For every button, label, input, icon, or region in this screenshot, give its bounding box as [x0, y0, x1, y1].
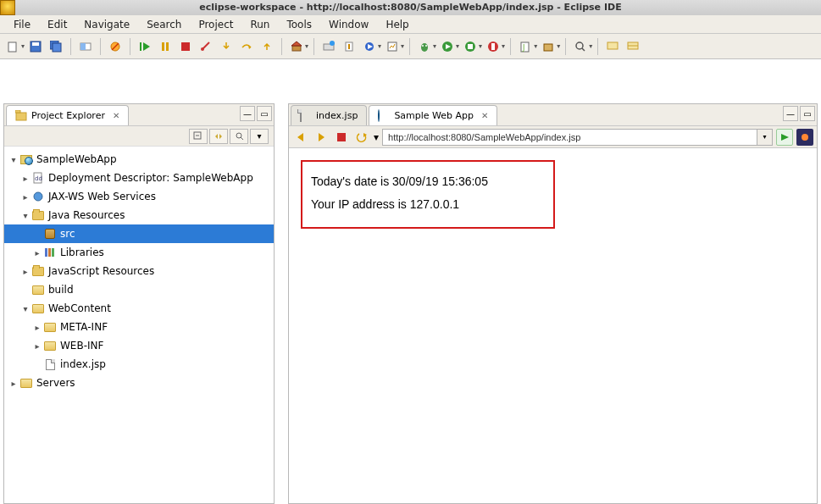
- maximize-button[interactable]: ▭: [800, 106, 815, 121]
- tab-label: Project Explorer: [31, 110, 105, 121]
- external-tools-button[interactable]: [484, 37, 502, 56]
- svg-rect-11: [162, 42, 164, 51]
- svg-point-49: [34, 192, 42, 201]
- tree-build[interactable]: build: [4, 280, 274, 299]
- tree-src[interactable]: src: [4, 224, 274, 243]
- maximize-button[interactable]: ▭: [257, 106, 272, 121]
- url-input[interactable]: [382, 129, 757, 146]
- menu-edit[interactable]: Edit: [39, 17, 75, 32]
- launch-external-button[interactable]: [796, 129, 813, 146]
- menu-help[interactable]: Help: [377, 17, 417, 32]
- svg-rect-50: [45, 248, 47, 257]
- run-last-button[interactable]: [461, 37, 480, 56]
- start-server-button[interactable]: [360, 37, 379, 56]
- dd-icon: dd: [31, 171, 45, 185]
- resume-button[interactable]: [136, 37, 154, 56]
- go-button[interactable]: [776, 129, 793, 146]
- forward-button[interactable]: [313, 129, 330, 146]
- run-button[interactable]: [438, 37, 457, 56]
- folder-icon: [43, 339, 57, 352]
- jsp-file-icon: [43, 357, 57, 371]
- svg-rect-4: [53, 43, 61, 52]
- new-package-button[interactable]: [539, 37, 558, 56]
- tree-project[interactable]: ▾SampleWebApp: [4, 150, 274, 169]
- profile-server-button[interactable]: [383, 37, 402, 56]
- menu-run[interactable]: Run: [241, 17, 278, 32]
- new-server-button[interactable]: [319, 37, 338, 56]
- svg-point-25: [422, 45, 424, 47]
- tab-label: index.jsp: [316, 110, 358, 121]
- menu-project[interactable]: Project: [190, 17, 241, 32]
- step-over-button[interactable]: [237, 37, 256, 56]
- focus-button[interactable]: [230, 129, 248, 144]
- menu-window[interactable]: Window: [320, 17, 377, 32]
- disconnect-button[interactable]: [197, 37, 215, 56]
- svg-rect-55: [337, 133, 346, 141]
- suspend-button[interactable]: [156, 37, 175, 56]
- close-icon[interactable]: ✕: [113, 111, 119, 120]
- skip-breakpoints-button[interactable]: [106, 37, 125, 56]
- tab-project-explorer[interactable]: Project Explorer ✕: [6, 105, 129, 125]
- project-tree[interactable]: ▾SampleWebApp ▸ddDeployment Descriptor: …: [4, 147, 274, 396]
- tree-webinf[interactable]: ▸WEB-INF: [4, 336, 274, 355]
- tree-indexjsp[interactable]: index.jsp: [4, 355, 274, 374]
- libraries-icon: [43, 246, 57, 259]
- menu-tools[interactable]: Tools: [278, 17, 320, 32]
- open-task-button[interactable]: [624, 37, 642, 56]
- step-into-button[interactable]: [217, 37, 236, 56]
- svg-rect-6: [80, 43, 86, 50]
- svg-point-36: [576, 42, 583, 49]
- tree-deployment-descriptor[interactable]: ▸ddDeployment Descriptor: SampleWebApp: [4, 169, 274, 187]
- save-all-button[interactable]: [47, 37, 65, 56]
- link-editor-button[interactable]: [209, 129, 228, 144]
- svg-rect-52: [52, 248, 54, 257]
- back-button[interactable]: [292, 129, 309, 146]
- svg-rect-35: [544, 44, 552, 51]
- toggle-button[interactable]: [76, 37, 95, 56]
- build-folder-icon: [31, 283, 45, 296]
- refresh-button[interactable]: [353, 129, 370, 146]
- terminate-button[interactable]: [176, 37, 195, 56]
- tree-libraries[interactable]: ▸Libraries: [4, 243, 274, 262]
- menu-navigate[interactable]: Navigate: [75, 17, 138, 32]
- project-explorer-icon: [15, 110, 27, 122]
- main-toolbar: ▾ ▾ ▾ ▾ ▾ ▾ ▾ ▾ J▾ ▾ ▾: [0, 34, 821, 59]
- close-icon[interactable]: ✕: [481, 111, 488, 120]
- menu-bar: File Edit Navigate Search Project Run To…: [0, 15, 821, 34]
- collapse-all-button[interactable]: [189, 129, 208, 144]
- tree-webcontent[interactable]: ▾WebContent: [4, 299, 274, 318]
- tab-sample-web-app[interactable]: Sample Web App ✕: [369, 105, 497, 125]
- build-button[interactable]: [287, 37, 306, 56]
- tree-js-resources[interactable]: ▸JavaScript Resources: [4, 262, 274, 280]
- highlighted-output: Today's date is 30/09/19 15:36:05 Your I…: [301, 160, 555, 229]
- minimize-button[interactable]: —: [783, 106, 798, 121]
- explorer-toolbar: ▾: [4, 126, 274, 147]
- window-title: eclipse-workspace - http://localhost:808…: [199, 2, 621, 13]
- save-button[interactable]: [26, 37, 45, 56]
- publish-button[interactable]: [340, 37, 358, 56]
- minimize-button[interactable]: —: [240, 106, 255, 121]
- tree-java-resources[interactable]: ▾Java Resources: [4, 206, 274, 224]
- svg-rect-13: [181, 42, 190, 51]
- view-menu-button[interactable]: ▾: [250, 129, 269, 144]
- svg-point-19: [330, 41, 335, 46]
- tree-jaxws[interactable]: ▸JAX-WS Web Services: [4, 187, 274, 206]
- tab-label: Sample Web App: [394, 110, 474, 121]
- menu-search[interactable]: Search: [138, 17, 190, 32]
- svg-rect-38: [607, 42, 618, 49]
- stop-button[interactable]: [333, 129, 350, 146]
- output-ip-line: Your IP address is 127.0.0.1: [311, 193, 545, 216]
- new-java-button[interactable]: J: [516, 37, 535, 56]
- new-button[interactable]: [3, 37, 22, 56]
- tab-indexjsp[interactable]: index.jsp: [291, 105, 367, 125]
- tree-metainf[interactable]: ▸META-INF: [4, 318, 274, 336]
- svg-rect-0: [8, 42, 16, 52]
- jsp-file-icon: [300, 110, 312, 122]
- search-button[interactable]: [571, 37, 590, 56]
- menu-file[interactable]: File: [5, 17, 39, 32]
- step-return-button[interactable]: [258, 37, 276, 56]
- tree-servers[interactable]: ▸Servers: [4, 374, 274, 392]
- open-type-button[interactable]: [603, 37, 622, 56]
- debug-button[interactable]: [415, 37, 434, 56]
- url-dropdown-button[interactable]: ▾: [757, 129, 773, 146]
